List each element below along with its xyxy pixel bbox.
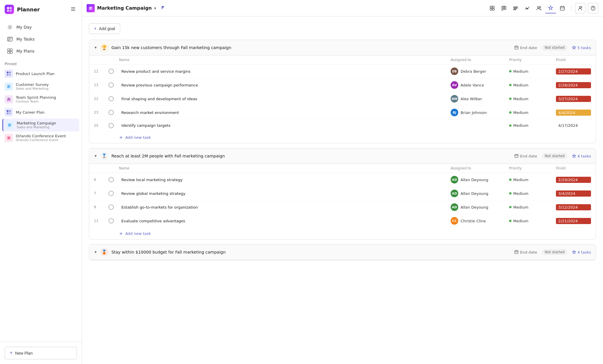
task-6-assignee-name: Allan Deyoung — [461, 178, 488, 182]
sidebar-item-my-plans[interactable]: My Plans — [2, 45, 79, 57]
task-row[interactable]: 6 Review local marketing strategy AD All… — [89, 173, 596, 187]
svg-rect-31 — [7, 110, 8, 112]
orlando-conference-name: Orlando Conference Event — [16, 134, 77, 138]
app-title: Planner — [17, 6, 66, 13]
task-9-priority-dot — [509, 206, 511, 208]
sidebar-toggle-icon[interactable] — [69, 5, 77, 14]
my-career-name: My Career Plan — [16, 110, 77, 115]
sidebar-item-my-day[interactable]: My Day — [2, 21, 79, 33]
goal-2-end-date[interactable]: End date — [514, 154, 537, 158]
goal-3-tasks-count[interactable]: 4 tasks — [572, 250, 591, 254]
orlando-conference-info: Orlando Conference Event Orlando Confere… — [16, 134, 77, 142]
svg-rect-45 — [490, 6, 492, 8]
add-goal-button[interactable]: + Add goal — [89, 23, 120, 34]
svg-rect-72 — [515, 155, 518, 157]
task-13-checkbox[interactable] — [108, 82, 114, 88]
task-9-name: Establish go-to-markets for organization — [119, 205, 451, 209]
plans-icon — [7, 48, 13, 54]
task-11-name: Evaluate competitive advantages — [119, 219, 451, 223]
svg-rect-51 — [505, 6, 506, 10]
task-23-checkbox[interactable] — [108, 110, 114, 115]
goal-3-end-date[interactable]: End date — [514, 250, 537, 254]
task-7-priority: Medium — [509, 191, 556, 196]
task-11-assignee-name: Christie Cline — [461, 219, 486, 223]
customer-survey-sub: Sales and Marketing — [16, 87, 77, 91]
task-12-name: Review product and service margins — [119, 69, 451, 74]
task-6-avatar: AD — [451, 176, 458, 183]
svg-rect-54 — [514, 9, 516, 10]
sidebar-item-my-career[interactable]: My Career Plan — [2, 106, 79, 119]
product-launch-name: Product Launch Plan — [16, 72, 77, 76]
task-12-assignee-name: Debra Berger — [461, 69, 486, 74]
task-12-finish: 2/27/2024 — [556, 68, 591, 74]
sidebar-item-team-sprint[interactable]: Team Sprint Planning Contoso Team — [2, 93, 79, 106]
sidebar-item-product-launch[interactable]: Product Launch Plan — [2, 67, 79, 80]
svg-point-57 — [537, 6, 539, 8]
sidebar-item-my-tasks[interactable]: My Tasks — [2, 33, 79, 45]
task-row[interactable]: 25 Identify campaign targets Medium 4/17… — [89, 119, 596, 132]
help-button[interactable] — [588, 3, 598, 13]
topbar-divider — [571, 5, 571, 12]
task-7-checkbox[interactable] — [108, 191, 114, 196]
orlando-conference-sub: Orlando Conference Event — [16, 138, 77, 142]
task-row[interactable]: 22 Final shaping and development of idea… — [89, 92, 596, 106]
task-22-assigned: AW Alex Wilber — [451, 95, 509, 103]
plan-title-area[interactable]: Marketing Campaign ▾ — [87, 4, 156, 12]
task-9-assigned: AD Allan Deyoung — [451, 203, 509, 211]
schedule-view-button[interactable] — [557, 3, 568, 13]
task-9-checkbox[interactable] — [108, 204, 114, 210]
members-button[interactable] — [575, 3, 585, 13]
goal-1-task-table: Name Assigned to Priority Finish 12 Revi… — [89, 56, 596, 143]
goal-1-add-task-button[interactable]: + Add new task — [89, 132, 596, 143]
task-6-num: 6 — [94, 178, 108, 182]
goal-1-end-date[interactable]: End date — [514, 46, 537, 50]
task-row[interactable]: 9 Establish go-to-markets for organizati… — [89, 200, 596, 214]
goal-1-tasks-count[interactable]: 5 tasks — [572, 46, 591, 50]
task-row[interactable]: 13 Review previous campaign performance … — [89, 78, 596, 92]
goal-1-expand-button[interactable]: ▼ — [94, 46, 97, 50]
svg-rect-33 — [7, 112, 8, 114]
goal-3-meta: End date Not started 4 tasks — [514, 249, 591, 255]
goals-view-button[interactable] — [545, 3, 556, 13]
board-view-button[interactable] — [499, 3, 509, 13]
goal-2-tasks-count[interactable]: 4 tasks — [572, 154, 591, 158]
timeline-view-button[interactable] — [510, 3, 521, 13]
task-row[interactable]: 11 Evaluate competitive advantages CC Ch… — [89, 214, 596, 228]
sidebar-item-orlando-conference[interactable]: Orlando Conference Event Orlando Confere… — [2, 131, 79, 144]
svg-point-63 — [579, 6, 581, 8]
goal-3-expand-button[interactable]: ▼ — [94, 250, 97, 254]
grid-view-button[interactable] — [487, 3, 497, 13]
pin-button[interactable] — [158, 4, 167, 13]
task-row[interactable]: 12 Review product and service margins DB… — [89, 65, 596, 78]
task-13-avatar: AV — [451, 81, 458, 89]
task-25-checkbox[interactable] — [108, 123, 114, 128]
add-goal-label: Add goal — [99, 26, 115, 31]
team-sprint-icon — [5, 95, 13, 103]
sidebar-item-marketing-campaign[interactable]: Marketing Campaign Sales and Marketing ·… — [2, 119, 79, 131]
task-6-checkbox[interactable] — [108, 177, 114, 182]
chart-view-button[interactable] — [522, 3, 533, 13]
team-sprint-info: Team Sprint Planning Contoso Team — [16, 95, 77, 103]
task-6-name: Review local marketing strategy — [119, 178, 451, 182]
goal-3-header: ▼ 🥉 Stay within $10000 budget for Fall m… — [89, 245, 596, 260]
people-view-button[interactable] — [534, 3, 544, 13]
goal-2-expand-button[interactable]: ▼ — [94, 154, 97, 158]
task-row[interactable]: 7 Review global marketing strategy AD Al… — [89, 187, 596, 200]
goal-2-end-date-label: End date — [520, 154, 537, 158]
goal-2-add-task-button[interactable]: + Add new task — [89, 228, 596, 239]
sidebar-item-customer-survey[interactable]: Customer Survey Sales and Marketing — [2, 80, 79, 93]
customer-survey-name: Customer Survey — [16, 82, 77, 87]
col-assigned-1: Assigned to — [451, 58, 509, 62]
task-11-checkbox[interactable] — [108, 218, 114, 223]
goal-1-title: Gain 15k new customers through Fall mark… — [111, 45, 511, 50]
new-plan-button[interactable]: + New Plan — [5, 347, 77, 359]
task-row[interactable]: 23 Research market environment BJ Brian … — [89, 106, 596, 119]
task-6-priority-label: Medium — [513, 178, 528, 182]
task-7-assignee-name: Allan Deyoung — [461, 191, 488, 196]
task-12-checkbox[interactable] — [108, 69, 114, 74]
svg-rect-5 — [71, 9, 75, 9]
task-25-priority: Medium — [509, 123, 556, 128]
svg-rect-22 — [9, 72, 11, 73]
task-7-avatar: AD — [451, 190, 458, 197]
task-22-checkbox[interactable] — [108, 96, 114, 101]
